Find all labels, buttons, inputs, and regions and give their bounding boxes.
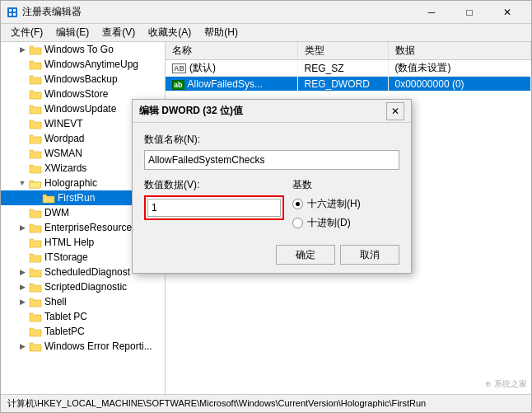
menu-bar: 文件(F) 编辑(E) 查看(V) 收藏夹(A) 帮助(H)	[1, 24, 531, 42]
regedit-icon	[6, 6, 19, 19]
expand-arrow: ▶	[17, 282, 27, 292]
menu-file[interactable]: 文件(F)	[4, 24, 49, 41]
folder-icon	[29, 340, 42, 352]
value-section: 数值数据(V):	[144, 178, 284, 220]
radio-hex-btn[interactable]	[292, 199, 303, 209]
dialog-body: 数值名称(N): 数值数据(V): 基数 十六进制(H)	[133, 123, 411, 238]
radio-dec[interactable]: 十进制(D)	[292, 216, 399, 230]
expand-arrow	[17, 74, 27, 84]
status-bar: 计算机\HKEY_LOCAL_MACHINE\SOFTWARE\Microsof…	[1, 394, 531, 412]
expand-arrow: ▶	[17, 297, 27, 307]
svg-rect-1	[9, 9, 12, 12]
table-row-highlighted[interactable]: abAllowFailedSys... REG_DWORD 0x00000000…	[166, 77, 531, 92]
tree-item-label: TabletPC	[44, 326, 85, 337]
table-row[interactable]: AB(默认) REG_SZ (数值未设置)	[166, 60, 531, 77]
status-path: 计算机\HKEY_LOCAL_MACHINE\SOFTWARE\Microsof…	[7, 397, 426, 410]
registry-table: 名称 类型 数据 AB(默认) REG_SZ (数值未设置)	[166, 42, 531, 92]
expand-arrow	[17, 119, 27, 129]
expand-arrow	[17, 237, 27, 247]
tree-item[interactable]: TabletPC	[1, 324, 165, 339]
menu-view[interactable]: 查看(V)	[96, 24, 142, 41]
folder-icon	[29, 44, 42, 55]
value-name-input[interactable]	[144, 150, 399, 170]
radio-group: 十六进制(H) 十进制(D)	[292, 197, 399, 230]
radio-dec-btn[interactable]	[292, 218, 303, 228]
folder-icon	[29, 73, 42, 85]
value-data-input[interactable]	[147, 199, 281, 217]
minimize-button[interactable]: ─	[413, 1, 450, 24]
dialog-title-bar: 编辑 DWORD (32 位)值 ✕	[133, 100, 411, 123]
folder-icon	[29, 148, 42, 159]
expand-arrow: ▶	[17, 45, 27, 54]
tree-item-label: Wordpad	[44, 133, 84, 144]
tree-item[interactable]: ▶ ScriptedDiagnostic	[1, 279, 165, 294]
watermark: ⊕ 系统之家	[485, 378, 527, 390]
svg-rect-4	[13, 13, 16, 16]
base-label: 基数	[292, 178, 399, 192]
tree-item-label: FirstRun	[58, 192, 95, 204]
tree-item[interactable]: ▶ Shell	[1, 294, 165, 309]
tree-item-label: EnterpriseResource	[44, 222, 132, 233]
folder-icon	[29, 88, 42, 100]
svg-rect-2	[13, 9, 16, 12]
ok-button[interactable]: 确定	[276, 245, 335, 265]
folder-icon	[29, 266, 42, 278]
expand-arrow	[17, 148, 27, 158]
tree-item[interactable]: ▶ Windows To Go	[1, 42, 165, 57]
value-input-wrapper	[144, 195, 284, 220]
tree-item[interactable]: WindowsAnytimeUpg	[1, 57, 165, 72]
dword-icon: ab	[172, 80, 184, 90]
reg-type-cell: REG_SZ	[297, 60, 388, 77]
folder-icon	[29, 222, 42, 233]
main-window: 注册表编辑器 ─ □ ✕ 文件(F) 编辑(E) 查看(V) 收藏夹(A) 帮助…	[0, 0, 532, 413]
dialog-row: 数值数据(V): 基数 十六进制(H) 十进制(D)	[144, 178, 399, 230]
tree-item-label: ScriptedDiagnostic	[44, 281, 127, 293]
tree-item-label: Windows To Go	[44, 44, 114, 55]
edit-dword-dialog: 编辑 DWORD (32 位)值 ✕ 数值名称(N): 数值数据(V): 基数	[132, 99, 412, 274]
cancel-button[interactable]: 取消	[340, 245, 399, 265]
reg-sz-icon: AB	[172, 63, 186, 73]
menu-favorites[interactable]: 收藏夹(A)	[142, 24, 198, 41]
folder-icon	[29, 118, 42, 129]
expand-arrow	[17, 163, 27, 173]
menu-edit[interactable]: 编辑(E)	[49, 24, 96, 41]
tree-item[interactable]: ▶ Windows Error Reporti...	[1, 339, 165, 354]
folder-icon	[29, 311, 42, 322]
expand-arrow	[17, 208, 27, 218]
expand-arrow: ▼	[17, 178, 27, 188]
col-name: 名称	[166, 42, 297, 60]
expand-arrow	[17, 312, 27, 321]
folder-icon	[29, 251, 42, 263]
value-name-label: 数值名称(N):	[144, 133, 399, 147]
tree-item-label: WindowsAnytimeUpg	[44, 59, 138, 70]
title-bar-controls: ─ □ ✕	[413, 1, 526, 24]
expand-arrow: ▶	[17, 267, 27, 277]
dialog-title: 编辑 DWORD (32 位)值	[139, 104, 386, 118]
expand-arrow	[30, 193, 40, 203]
close-button[interactable]: ✕	[488, 1, 526, 24]
folder-icon	[29, 326, 42, 337]
radio-hex[interactable]: 十六进制(H)	[292, 197, 399, 211]
tree-item[interactable]: WindowsBackup	[1, 72, 165, 87]
title-bar: 注册表编辑器 ─ □ ✕	[1, 1, 531, 24]
dialog-close-button[interactable]: ✕	[386, 102, 404, 120]
reg-data-cell: 0x00000000 (0)	[388, 77, 531, 92]
tree-item-label: ITStorage	[44, 251, 88, 263]
tree-item-label: ScheduledDiagnost	[44, 266, 130, 278]
tree-item[interactable]: Tablet PC	[1, 309, 165, 324]
dialog-buttons: 确定 取消	[133, 238, 411, 273]
menu-help[interactable]: 帮助(H)	[198, 24, 245, 41]
tree-item-label: WINEVT	[44, 118, 83, 129]
folder-icon	[29, 237, 42, 248]
folder-icon	[29, 59, 42, 70]
tree-item-label: XWizards	[44, 162, 86, 174]
expand-arrow: ▶	[17, 341, 27, 351]
tree-item-label: Windows Error Reporti...	[44, 340, 152, 352]
tree-item-label: DWM	[44, 207, 69, 218]
maximize-button[interactable]: □	[450, 1, 488, 24]
expand-arrow	[17, 252, 27, 262]
folder-open-icon	[29, 177, 42, 189]
expand-arrow	[17, 59, 27, 69]
radio-hex-label: 十六进制(H)	[307, 197, 361, 211]
folder-icon	[29, 133, 42, 144]
